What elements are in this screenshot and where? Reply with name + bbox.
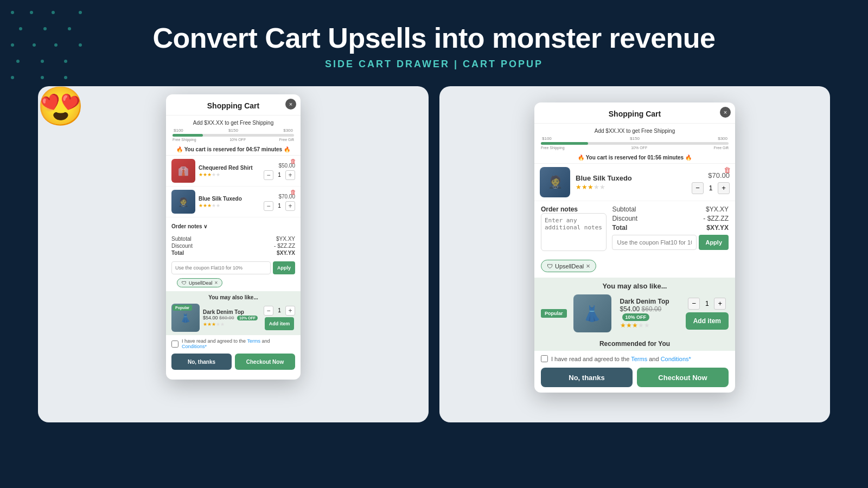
left-upsell-old-price: $60.00 — [219, 315, 234, 320]
right-notes-textarea[interactable] — [541, 213, 607, 251]
right-upsell-prices: $54.00 $60.00 10% OFF — [620, 305, 677, 320]
left-item-2-silhouette: 🤵 — [171, 190, 195, 214]
left-upsell-stars: ★★★★★ — [203, 322, 260, 327]
right-popular-badge: Popular — [541, 309, 567, 318]
right-summary-col: Subtotal $YX.XY Discount - $ZZ.ZZ Total … — [612, 206, 729, 253]
left-upsell-price: $54.00 — [203, 315, 218, 320]
left-subtotal-value: $YX.XY — [276, 236, 295, 242]
right-upsell-qty-decrease[interactable]: − — [688, 298, 700, 310]
left-shipping-section: Add $XX.XX to get Free Shipping $100 $15… — [166, 115, 301, 144]
right-item-1-name: Blue Silk Tuxedo — [576, 174, 686, 182]
right-add-item-button[interactable]: Add item — [686, 312, 729, 330]
left-cart-close-button[interactable]: × — [285, 99, 296, 110]
right-upsell-badge-close[interactable]: × — [586, 262, 590, 270]
right-coupon-input[interactable] — [612, 235, 697, 250]
left-item-1-silhouette: 👔 — [171, 159, 195, 183]
right-label-free-gift: Free Gift — [714, 146, 729, 150]
left-coupon-input[interactable] — [171, 261, 271, 274]
right-coupon-row: Apply — [612, 235, 729, 250]
right-cart-item-1: 🗑 🤵 Blue Silk Tuxedo ★★★★★ $70.00 − 1 + — [534, 164, 735, 201]
right-order-notes-col: Order notes — [541, 206, 607, 253]
left-item-1-qty-increase[interactable]: + — [285, 170, 295, 180]
right-panel: Shopping Cart × Add $XX.XX to get Free S… — [439, 86, 830, 422]
right-terms-row: I have read and agreed to the Terms and … — [534, 351, 735, 364]
right-cart-footer: No, thanks Checkout Now — [534, 364, 735, 393]
left-upsell-item-name: Dark Denim Top — [203, 309, 260, 315]
right-upsell-silhouette: 👗 — [573, 294, 611, 332]
left-upsell-badge-close[interactable]: × — [215, 280, 218, 286]
left-item-2-qty-increase[interactable]: + — [285, 201, 295, 211]
right-milestone-2: $150 — [630, 136, 640, 141]
right-discount-label: Discount — [612, 215, 637, 222]
left-upsell-badge-label: UpsellDeal — [189, 280, 213, 286]
label-free-shipping: Free Shipping — [173, 138, 196, 142]
left-delete-item-2[interactable]: 🗑 — [290, 189, 296, 195]
right-cart-close-button[interactable]: × — [720, 107, 731, 118]
left-shipping-milestones: $100 $150 $300 — [173, 128, 294, 133]
left-upsell-qty-decrease[interactable]: − — [264, 306, 273, 316]
left-delete-item-1[interactable]: 🗑 — [290, 158, 296, 164]
label-free-gift: Free Gift — [279, 138, 294, 142]
left-apply-button[interactable]: Apply — [273, 261, 295, 274]
right-cart-modal: Shopping Cart × Add $XX.XX to get Free S… — [534, 102, 735, 393]
left-conditions-link[interactable]: Conditions* — [182, 344, 207, 349]
right-discount-row: Discount - $ZZ.ZZ — [612, 215, 729, 222]
left-total-row: Total $XY.YX — [171, 250, 295, 256]
right-upsell-qty-increase[interactable]: + — [714, 298, 726, 310]
left-order-notes: Order notes ∨ — [166, 217, 301, 234]
right-recommended-title: Recommended for You — [541, 340, 729, 348]
left-progress-bar-fill — [173, 134, 203, 137]
left-item-2-name: Blue Silk Tuxedo — [199, 196, 260, 202]
right-progress-bar-bg — [541, 142, 729, 145]
left-terms-checkbox[interactable] — [171, 341, 178, 348]
right-order-notes-summary: Order notes Subtotal $YX.XY Discount - $… — [534, 201, 735, 258]
right-upsell-item: Popular 👗 Dark Denim Top $54.00 $60.00 1… — [541, 294, 729, 332]
right-label-10off: 10% OFF — [631, 146, 647, 150]
left-order-notes-label[interactable]: Order notes ∨ — [171, 223, 207, 229]
left-item-1-qty-value: 1 — [276, 172, 283, 178]
left-cart-modal: Shopping Cart × Add $XX.XX to get Free S… — [166, 94, 301, 380]
right-terms-text: I have read and agreed to the Terms and … — [551, 356, 691, 362]
milestone-1: $100 — [174, 128, 183, 133]
right-item-1-qty-increase[interactable]: + — [718, 182, 730, 194]
milestone-3: $300 — [283, 128, 293, 133]
right-conditions-link[interactable]: Conditions* — [661, 356, 691, 362]
page-header: Convert Cart Upsells into monster revenu… — [0, 0, 868, 70]
left-subtotal-row: Subtotal $YX.XY — [171, 236, 295, 242]
right-terms-checkbox[interactable] — [541, 355, 548, 362]
right-total-label: Total — [612, 224, 627, 232]
right-label-free-shipping: Free Shipping — [541, 146, 565, 150]
right-subtotal-label: Subtotal — [612, 206, 636, 213]
right-discount-value: - $ZZ.ZZ — [703, 215, 729, 222]
left-cart-item-2: 🗑 🤵 Blue Silk Tuxedo ★★★★★ $70.00 − 1 + — [166, 187, 301, 217]
left-item-1-details: Chequered Red Shirt ★★★★★ — [195, 165, 264, 177]
right-delete-item-1[interactable]: 🗑 — [724, 166, 731, 174]
right-shipping-text: Add $XX.XX to get Free Shipping — [541, 128, 729, 134]
left-item-2-qty-decrease[interactable]: − — [264, 201, 273, 211]
page-title: Convert Cart Upsells into monster revenu… — [0, 22, 868, 54]
left-checkout-button[interactable]: Checkout Now — [235, 354, 295, 370]
right-upsell-badge: 🛡 UpsellDeal × — [541, 260, 596, 272]
right-apply-button[interactable]: Apply — [699, 235, 729, 250]
right-terms-link[interactable]: Terms — [631, 356, 647, 362]
right-no-thanks-button[interactable]: No, thanks — [541, 368, 633, 387]
right-checkout-button[interactable]: Checkout Now — [637, 368, 729, 387]
right-item-1-qty-controls: − 1 + — [692, 182, 730, 194]
right-item-1-details: Blue Silk Tuxedo ★★★★★ — [570, 174, 692, 191]
left-cart-item-1: 🗑 👔 Chequered Red Shirt ★★★★★ $50.00 − 1… — [166, 156, 301, 187]
left-terms-link[interactable]: Terms — [247, 338, 260, 344]
left-item-1-qty-decrease[interactable]: − — [264, 170, 273, 180]
left-no-thanks-button[interactable]: No, thanks — [171, 354, 232, 370]
left-item-1-qty-controls: − 1 + — [264, 170, 295, 180]
right-timer: 🔥 You cart is reserved for 01:56 minutes… — [534, 152, 735, 164]
left-add-item-button[interactable]: Add item — [265, 317, 295, 330]
left-panel: Shopping Cart × Add $XX.XX to get Free S… — [38, 86, 429, 422]
left-cart-header: Shopping Cart × — [166, 94, 301, 115]
right-item-1-qty-decrease[interactable]: − — [692, 182, 704, 194]
left-total-label: Total — [171, 250, 184, 256]
left-summary: Subtotal $YX.XY Discount - $ZZ.ZZ Total … — [166, 234, 301, 259]
right-shipping-section: Add $XX.XX to get Free Shipping $100 $15… — [534, 124, 735, 152]
left-upsell-badge-container: 🛡 UpsellDeal × — [166, 277, 301, 289]
left-upsell-qty-increase[interactable]: + — [285, 306, 295, 316]
right-recommended-section: Recommended for You — [534, 337, 735, 351]
